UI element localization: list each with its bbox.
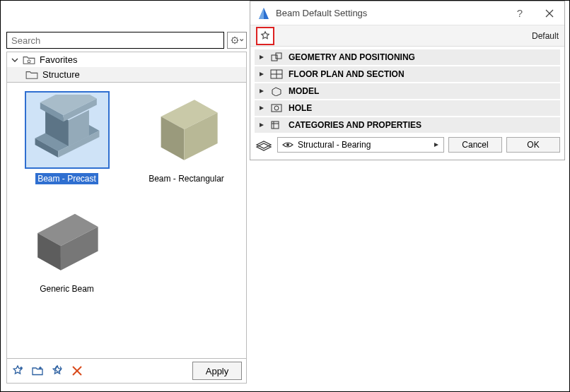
close-icon — [71, 364, 83, 377]
svg-line-6 — [232, 37, 233, 38]
beam-settings-dialog: Beam Default Settings ? Default GEOMETRY… — [250, 1, 565, 160]
svg-marker-42 — [260, 106, 264, 110]
x-icon — [545, 9, 554, 18]
svg-rect-46 — [272, 121, 279, 129]
tree-row-structure[interactable]: Structure — [7, 67, 246, 82]
cancel-button[interactable]: Cancel — [448, 137, 502, 153]
svg-marker-41 — [272, 88, 281, 96]
triangle-right-icon — [259, 71, 264, 77]
favorites-thumbnail-grid: Beam - Precast Beam - Rectangular Ge — [6, 83, 247, 359]
folder-plus-icon — [31, 364, 44, 377]
triangle-right-icon — [434, 142, 439, 148]
thumb-generic-beam[interactable]: Generic Beam — [10, 201, 124, 295]
svg-rect-34 — [272, 55, 277, 61]
beam-generic-icon — [28, 205, 106, 275]
svg-point-51 — [286, 143, 289, 146]
star-icon — [260, 30, 271, 42]
beam-rectangular-icon — [148, 95, 226, 165]
svg-marker-52 — [434, 143, 438, 147]
section-label: GEOMETRY AND POSITIONING — [289, 52, 415, 62]
svg-marker-49 — [257, 141, 271, 148]
thumb-beam-precast[interactable]: Beam - Precast — [10, 91, 124, 184]
folder-icon — [25, 70, 38, 80]
floorplan-icon — [270, 69, 283, 79]
eye-icon — [282, 141, 293, 149]
beam-precast-icon — [28, 95, 106, 165]
tree-label-favorites: Favorites — [40, 54, 77, 65]
section-model[interactable]: MODEL — [255, 83, 560, 99]
section-hole[interactable]: HOLE — [255, 100, 560, 116]
svg-rect-35 — [276, 53, 281, 59]
apply-button[interactable]: Apply — [192, 362, 242, 380]
add-favorite-button[interactable] — [11, 364, 24, 377]
search-input[interactable] — [6, 32, 224, 49]
section-label: FLOOR PLAN AND SECTION — [289, 69, 405, 79]
dialog-titlebar: Beam Default Settings ? — [250, 1, 564, 25]
close-button[interactable] — [535, 1, 564, 25]
favorites-folder-icon — [23, 55, 35, 65]
default-label: Default — [532, 31, 559, 41]
search-settings-button[interactable] — [227, 32, 247, 49]
gear-dropdown-icon — [231, 35, 243, 45]
geometry-icon — [270, 52, 283, 62]
triangle-right-icon — [259, 54, 264, 60]
help-button[interactable]: ? — [505, 1, 535, 25]
favorites-footer: Apply — [6, 359, 247, 384]
section-label: CATEGORIES AND PROPERTIES — [289, 120, 421, 130]
layer-select[interactable]: Structural - Bearing — [277, 137, 444, 153]
thumb-beam-rectangular[interactable]: Beam - Rectangular — [129, 91, 243, 184]
section-categories[interactable]: CATEGORIES AND PROPERTIES — [255, 117, 560, 133]
svg-point-1 — [234, 40, 235, 41]
delete-favorite-button[interactable] — [71, 364, 83, 377]
section-geometry[interactable]: GEOMETRY AND POSITIONING — [255, 49, 560, 65]
favorites-panel: Favorites Structure — [6, 32, 247, 384]
hole-icon — [270, 103, 283, 113]
dialog-title: Beam Default Settings — [276, 8, 367, 18]
svg-marker-50 — [257, 143, 271, 150]
thumb-label-generic: Generic Beam — [37, 283, 96, 295]
star-reload-icon — [51, 364, 64, 377]
dialog-toolbar: Default — [250, 25, 564, 47]
tree-label-structure: Structure — [42, 69, 80, 80]
settings-sections: GEOMETRY AND POSITIONING FLOOR PLAN AND … — [250, 47, 564, 134]
triangle-right-icon — [259, 122, 264, 128]
svg-line-7 — [237, 42, 238, 43]
dialog-footer: Structural - Bearing Cancel OK — [250, 134, 564, 157]
favorites-tree: Favorites Structure — [6, 52, 247, 83]
section-floorplan[interactable]: FLOOR PLAN AND SECTION — [255, 66, 560, 82]
svg-marker-45 — [260, 123, 264, 127]
model-icon — [270, 86, 283, 96]
layer-select-label: Structural - Bearing — [298, 140, 371, 150]
reload-favorite-button[interactable] — [51, 364, 64, 377]
ok-button[interactable]: OK — [506, 137, 560, 153]
svg-line-9 — [232, 42, 233, 43]
svg-marker-33 — [260, 55, 264, 59]
thumb-label-rectangular: Beam - Rectangular — [146, 173, 226, 184]
svg-line-8 — [237, 37, 238, 38]
new-folder-button[interactable] — [31, 364, 44, 377]
star-plus-icon — [11, 364, 24, 377]
thumb-label-precast: Beam - Precast — [35, 173, 98, 184]
section-label: HOLE — [289, 103, 312, 113]
triangle-right-icon — [259, 105, 264, 111]
favorites-toggle-button[interactable] — [256, 27, 274, 45]
svg-marker-36 — [260, 72, 264, 76]
triangle-right-icon — [259, 88, 264, 94]
section-label: MODEL — [289, 86, 319, 96]
layers-icon — [255, 138, 273, 151]
chevron-down-icon — [11, 57, 18, 64]
svg-point-44 — [274, 106, 279, 110]
svg-marker-40 — [260, 89, 264, 93]
tree-row-favorites[interactable]: Favorites — [7, 52, 246, 67]
app-icon — [256, 6, 272, 21]
categories-icon — [270, 120, 283, 130]
